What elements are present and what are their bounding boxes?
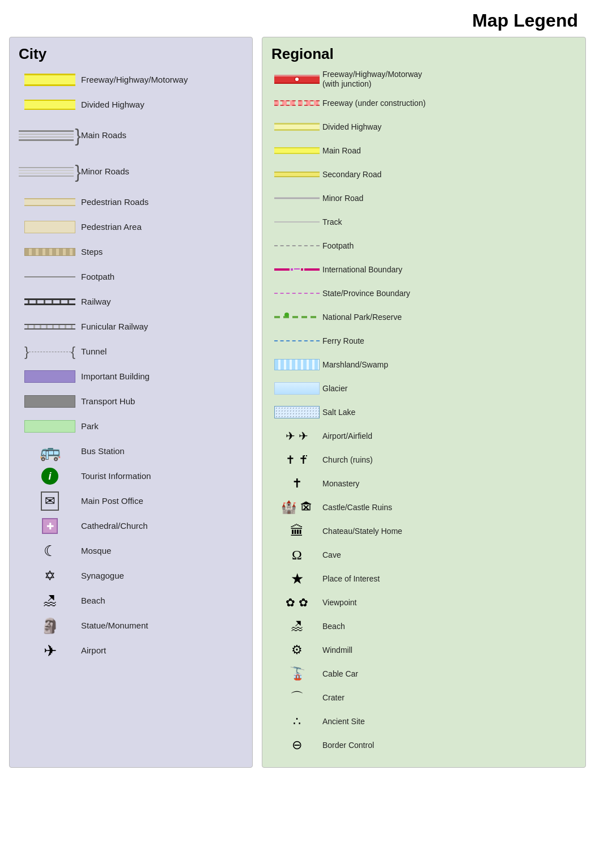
reg-item-footpath: Footpath (271, 236, 576, 255)
symbol-minor-roads: } (19, 163, 81, 181)
legend-item-railway: Railway (19, 292, 243, 312)
airport-city-icon: ✈ (44, 642, 57, 660)
reg-label-freeway: Freeway/Highway/Motorway (with junction) (322, 70, 422, 89)
cave-icon: Ω (292, 548, 302, 563)
reg-sym-cable-car: 🚡 (271, 666, 322, 681)
reg-sym-beach: 🏖 (271, 619, 322, 634)
crater-icon: ⌒ (290, 689, 304, 707)
legend-item-important-building: Important Building (19, 366, 243, 387)
reg-label-track: Track (322, 217, 342, 227)
label-transport-hub: Transport Hub (81, 396, 135, 407)
reg-sym-poi: ★ (271, 570, 322, 588)
reg-label-crater: Crater (322, 693, 345, 703)
reg-label-state-boundary: State/Province Boundary (322, 289, 410, 298)
legend-item-tourist-info: i Tourist Information (19, 466, 243, 486)
reg-label-freeway-const: Freeway (under construction) (322, 99, 426, 108)
legend-item-park: Park (19, 416, 243, 437)
reg-sym-viewpoint: ✿ ✿ (271, 596, 322, 609)
beach-reg-icon: 🏖 (291, 619, 303, 634)
reg-label-glacier: Glacier (322, 384, 347, 394)
label-divided: Divided Highway (81, 100, 144, 110)
reg-label-castle: Castle/Castle Ruins (322, 503, 392, 512)
label-park: Park (81, 421, 99, 431)
reg-item-castle: 🏰 🏚 Castle/Castle Ruins (271, 498, 576, 517)
reg-sym-national-park (271, 312, 322, 322)
symbol-pedestrian-roads (19, 198, 81, 206)
city-heading: City (19, 45, 243, 63)
label-statue: Statue/Monument (81, 621, 148, 631)
label-important-building: Important Building (81, 371, 150, 382)
viewpoint-icon: ✿ ✿ (286, 596, 308, 609)
church-reg-icon: ✝ ✝̈ (286, 453, 308, 467)
windmill-icon: ⚙ (291, 643, 303, 657)
legend-item-minor-roads: } Minor Roads (19, 156, 243, 187)
reg-label-footpath: Footpath (322, 241, 354, 251)
symbol-cathedral: ✚ (19, 518, 81, 534)
legend-item-post-office: ✉ Main Post Office (19, 491, 243, 511)
mosque-icon: ☾ (44, 542, 57, 560)
castle-icon: 🏰 🏚 (281, 500, 312, 515)
monastery-icon: ✝ (292, 476, 302, 491)
reg-label-border: Border Control (322, 741, 374, 750)
legend-item-main-roads: } Main Roads (19, 119, 243, 151)
reg-label-monastery: Monastery (322, 479, 359, 489)
legend-item-freeway-highway: Freeway/Highway/Motorway (19, 70, 243, 90)
reg-label-cable-car: Cable Car (322, 669, 358, 679)
symbol-funicular (19, 324, 81, 330)
reg-item-monastery: ✝ Monastery (271, 474, 576, 493)
cable-car-icon: 🚡 (290, 666, 305, 681)
legend-item-bus-station: 🚌 Bus Station (19, 441, 243, 461)
label-airport-city: Airport (81, 645, 106, 656)
reg-label-intl-boundary: International Boundary (322, 265, 402, 275)
post-icon: ✉ (41, 491, 59, 511)
symbol-airport-city: ✈ (19, 642, 81, 660)
label-tunnel: Tunnel (81, 347, 107, 357)
reg-sym-track (271, 221, 322, 223)
reg-sym-footpath (271, 245, 322, 246)
reg-item-track: Track (271, 212, 576, 232)
reg-label-beach: Beach (322, 622, 345, 631)
reg-sym-church: ✝ ✝̈ (271, 453, 322, 467)
label-post-office: Main Post Office (81, 496, 143, 506)
poi-icon: ★ (291, 570, 304, 588)
reg-item-secondary: Secondary Road (271, 165, 576, 184)
reg-sym-ferry (271, 340, 322, 341)
label-funicular: Funicular Railway (81, 322, 148, 332)
reg-sym-ancient: ∴ (271, 714, 322, 729)
symbol-mosque: ☾ (19, 542, 81, 560)
page-title: Map Legend (0, 0, 595, 37)
beach-city-icon: 🏖 (43, 593, 57, 609)
reg-label-secondary: Secondary Road (322, 170, 381, 179)
info-icon: i (41, 468, 58, 485)
reg-item-marshland: Marshland/Swamp (271, 355, 576, 374)
reg-item-viewpoint: ✿ ✿ Viewpoint (271, 593, 576, 612)
legend-item-divided: Divided Highway (19, 95, 243, 115)
symbol-main-roads: } (19, 126, 81, 144)
reg-sym-crater: ⌒ (271, 689, 322, 707)
reg-item-freeway-const: Freeway (under construction) (271, 93, 576, 113)
reg-sym-minor-road (271, 197, 322, 199)
symbol-bus: 🚌 (19, 442, 81, 461)
reg-item-cable-car: 🚡 Cable Car (271, 664, 576, 683)
reg-label-church: Church (ruins) (322, 455, 373, 465)
regional-heading: Regional (271, 45, 576, 63)
synagogue-icon: ✡ (44, 568, 56, 584)
reg-item-salt-lake: Salt Lake (271, 403, 576, 422)
reg-label-chateau: Chateau/Stately Home (322, 527, 402, 536)
reg-sym-state-boundary (271, 293, 322, 294)
reg-item-airport: ✈ ✈ Airport/Airfield (271, 426, 576, 446)
reg-sym-monastery: ✝ (271, 476, 322, 491)
label-pedestrian-roads: Pedestrian Roads (81, 197, 148, 207)
legend-item-beach-city: 🏖 Beach (19, 591, 243, 611)
reg-item-cave: Ω Cave (271, 545, 576, 565)
reg-label-viewpoint: Viewpoint (322, 598, 356, 608)
reg-sym-secondary (271, 172, 322, 177)
reg-sym-intl-boundary (271, 267, 322, 272)
reg-sym-marshland (271, 359, 322, 370)
symbol-important-building (19, 370, 81, 383)
reg-label-cave: Cave (322, 550, 341, 560)
reg-sym-divided (271, 123, 322, 131)
reg-sym-freeway (271, 75, 322, 84)
reg-sym-cave: Ω (271, 548, 322, 563)
label-main-roads: Main Roads (81, 130, 126, 140)
